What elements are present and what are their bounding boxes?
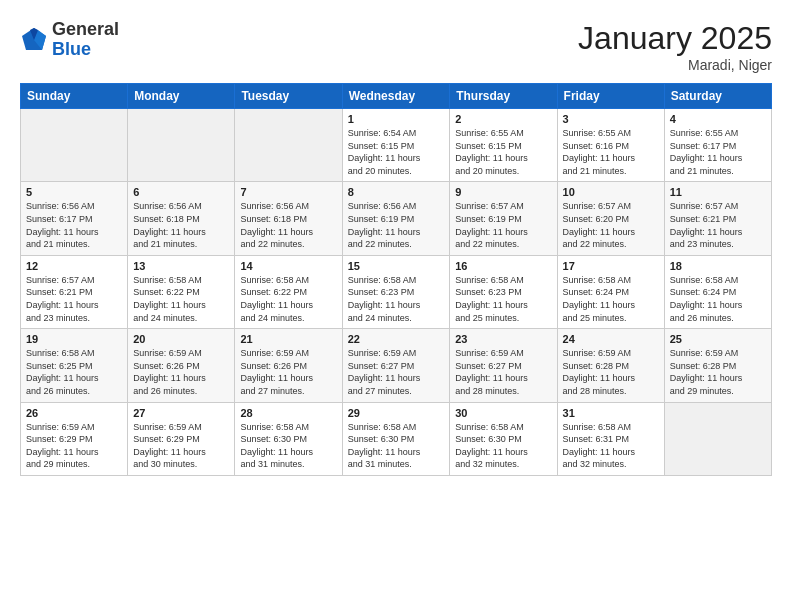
day-number: 6 bbox=[133, 186, 229, 198]
calendar-cell: 11Sunrise: 6:57 AM Sunset: 6:21 PM Dayli… bbox=[664, 182, 771, 255]
day-number: 18 bbox=[670, 260, 766, 272]
day-info: Sunrise: 6:58 AM Sunset: 6:25 PM Dayligh… bbox=[26, 347, 122, 397]
calendar-cell: 1Sunrise: 6:54 AM Sunset: 6:15 PM Daylig… bbox=[342, 109, 450, 182]
logo: General Blue bbox=[20, 20, 119, 60]
day-number: 4 bbox=[670, 113, 766, 125]
day-number: 5 bbox=[26, 186, 122, 198]
calendar-cell bbox=[235, 109, 342, 182]
day-info: Sunrise: 6:59 AM Sunset: 6:26 PM Dayligh… bbox=[133, 347, 229, 397]
weekday-header: Tuesday bbox=[235, 84, 342, 109]
day-info: Sunrise: 6:55 AM Sunset: 6:15 PM Dayligh… bbox=[455, 127, 551, 177]
day-number: 1 bbox=[348, 113, 445, 125]
location: Maradi, Niger bbox=[578, 57, 772, 73]
day-info: Sunrise: 6:58 AM Sunset: 6:30 PM Dayligh… bbox=[455, 421, 551, 471]
day-number: 13 bbox=[133, 260, 229, 272]
day-info: Sunrise: 6:58 AM Sunset: 6:30 PM Dayligh… bbox=[240, 421, 336, 471]
calendar-cell bbox=[128, 109, 235, 182]
calendar-cell: 4Sunrise: 6:55 AM Sunset: 6:17 PM Daylig… bbox=[664, 109, 771, 182]
day-info: Sunrise: 6:58 AM Sunset: 6:23 PM Dayligh… bbox=[455, 274, 551, 324]
day-info: Sunrise: 6:56 AM Sunset: 6:17 PM Dayligh… bbox=[26, 200, 122, 250]
day-info: Sunrise: 6:56 AM Sunset: 6:19 PM Dayligh… bbox=[348, 200, 445, 250]
day-info: Sunrise: 6:59 AM Sunset: 6:28 PM Dayligh… bbox=[670, 347, 766, 397]
day-number: 9 bbox=[455, 186, 551, 198]
calendar-cell: 15Sunrise: 6:58 AM Sunset: 6:23 PM Dayli… bbox=[342, 255, 450, 328]
day-number: 29 bbox=[348, 407, 445, 419]
day-number: 12 bbox=[26, 260, 122, 272]
calendar-cell: 21Sunrise: 6:59 AM Sunset: 6:26 PM Dayli… bbox=[235, 329, 342, 402]
calendar-cell: 16Sunrise: 6:58 AM Sunset: 6:23 PM Dayli… bbox=[450, 255, 557, 328]
calendar-cell: 31Sunrise: 6:58 AM Sunset: 6:31 PM Dayli… bbox=[557, 402, 664, 475]
day-number: 25 bbox=[670, 333, 766, 345]
logo-general-text: General bbox=[52, 19, 119, 39]
day-info: Sunrise: 6:58 AM Sunset: 6:31 PM Dayligh… bbox=[563, 421, 659, 471]
calendar-cell: 28Sunrise: 6:58 AM Sunset: 6:30 PM Dayli… bbox=[235, 402, 342, 475]
calendar-cell: 7Sunrise: 6:56 AM Sunset: 6:18 PM Daylig… bbox=[235, 182, 342, 255]
day-info: Sunrise: 6:59 AM Sunset: 6:29 PM Dayligh… bbox=[133, 421, 229, 471]
day-number: 19 bbox=[26, 333, 122, 345]
day-number: 27 bbox=[133, 407, 229, 419]
day-number: 26 bbox=[26, 407, 122, 419]
calendar-week-row: 5Sunrise: 6:56 AM Sunset: 6:17 PM Daylig… bbox=[21, 182, 772, 255]
weekday-header: Friday bbox=[557, 84, 664, 109]
calendar-cell: 22Sunrise: 6:59 AM Sunset: 6:27 PM Dayli… bbox=[342, 329, 450, 402]
calendar-week-row: 12Sunrise: 6:57 AM Sunset: 6:21 PM Dayli… bbox=[21, 255, 772, 328]
day-info: Sunrise: 6:57 AM Sunset: 6:21 PM Dayligh… bbox=[26, 274, 122, 324]
calendar-cell: 9Sunrise: 6:57 AM Sunset: 6:19 PM Daylig… bbox=[450, 182, 557, 255]
calendar: SundayMondayTuesdayWednesdayThursdayFrid… bbox=[20, 83, 772, 476]
calendar-week-row: 1Sunrise: 6:54 AM Sunset: 6:15 PM Daylig… bbox=[21, 109, 772, 182]
day-number: 20 bbox=[133, 333, 229, 345]
calendar-cell: 23Sunrise: 6:59 AM Sunset: 6:27 PM Dayli… bbox=[450, 329, 557, 402]
calendar-cell: 24Sunrise: 6:59 AM Sunset: 6:28 PM Dayli… bbox=[557, 329, 664, 402]
calendar-cell: 26Sunrise: 6:59 AM Sunset: 6:29 PM Dayli… bbox=[21, 402, 128, 475]
day-number: 24 bbox=[563, 333, 659, 345]
calendar-cell: 2Sunrise: 6:55 AM Sunset: 6:15 PM Daylig… bbox=[450, 109, 557, 182]
weekday-header-row: SundayMondayTuesdayWednesdayThursdayFrid… bbox=[21, 84, 772, 109]
day-info: Sunrise: 6:59 AM Sunset: 6:27 PM Dayligh… bbox=[348, 347, 445, 397]
logo-blue-text: Blue bbox=[52, 39, 91, 59]
day-number: 16 bbox=[455, 260, 551, 272]
calendar-cell: 18Sunrise: 6:58 AM Sunset: 6:24 PM Dayli… bbox=[664, 255, 771, 328]
day-info: Sunrise: 6:57 AM Sunset: 6:21 PM Dayligh… bbox=[670, 200, 766, 250]
day-number: 11 bbox=[670, 186, 766, 198]
day-number: 2 bbox=[455, 113, 551, 125]
day-info: Sunrise: 6:57 AM Sunset: 6:20 PM Dayligh… bbox=[563, 200, 659, 250]
day-number: 8 bbox=[348, 186, 445, 198]
day-info: Sunrise: 6:57 AM Sunset: 6:19 PM Dayligh… bbox=[455, 200, 551, 250]
day-info: Sunrise: 6:59 AM Sunset: 6:29 PM Dayligh… bbox=[26, 421, 122, 471]
day-number: 14 bbox=[240, 260, 336, 272]
day-info: Sunrise: 6:56 AM Sunset: 6:18 PM Dayligh… bbox=[133, 200, 229, 250]
day-number: 23 bbox=[455, 333, 551, 345]
weekday-header: Wednesday bbox=[342, 84, 450, 109]
calendar-cell: 20Sunrise: 6:59 AM Sunset: 6:26 PM Dayli… bbox=[128, 329, 235, 402]
day-info: Sunrise: 6:55 AM Sunset: 6:17 PM Dayligh… bbox=[670, 127, 766, 177]
day-info: Sunrise: 6:58 AM Sunset: 6:22 PM Dayligh… bbox=[133, 274, 229, 324]
day-info: Sunrise: 6:58 AM Sunset: 6:22 PM Dayligh… bbox=[240, 274, 336, 324]
calendar-cell: 14Sunrise: 6:58 AM Sunset: 6:22 PM Dayli… bbox=[235, 255, 342, 328]
calendar-cell bbox=[21, 109, 128, 182]
header: General Blue January 2025 Maradi, Niger bbox=[20, 20, 772, 73]
day-info: Sunrise: 6:59 AM Sunset: 6:27 PM Dayligh… bbox=[455, 347, 551, 397]
day-info: Sunrise: 6:58 AM Sunset: 6:24 PM Dayligh… bbox=[563, 274, 659, 324]
day-number: 7 bbox=[240, 186, 336, 198]
calendar-cell: 10Sunrise: 6:57 AM Sunset: 6:20 PM Dayli… bbox=[557, 182, 664, 255]
month-title: January 2025 bbox=[578, 20, 772, 57]
calendar-cell: 25Sunrise: 6:59 AM Sunset: 6:28 PM Dayli… bbox=[664, 329, 771, 402]
calendar-cell: 8Sunrise: 6:56 AM Sunset: 6:19 PM Daylig… bbox=[342, 182, 450, 255]
calendar-week-row: 19Sunrise: 6:58 AM Sunset: 6:25 PM Dayli… bbox=[21, 329, 772, 402]
logo-icon bbox=[20, 26, 48, 54]
day-number: 10 bbox=[563, 186, 659, 198]
day-number: 31 bbox=[563, 407, 659, 419]
day-info: Sunrise: 6:54 AM Sunset: 6:15 PM Dayligh… bbox=[348, 127, 445, 177]
calendar-cell: 12Sunrise: 6:57 AM Sunset: 6:21 PM Dayli… bbox=[21, 255, 128, 328]
day-info: Sunrise: 6:58 AM Sunset: 6:30 PM Dayligh… bbox=[348, 421, 445, 471]
title-block: January 2025 Maradi, Niger bbox=[578, 20, 772, 73]
weekday-header: Monday bbox=[128, 84, 235, 109]
day-info: Sunrise: 6:59 AM Sunset: 6:28 PM Dayligh… bbox=[563, 347, 659, 397]
day-info: Sunrise: 6:55 AM Sunset: 6:16 PM Dayligh… bbox=[563, 127, 659, 177]
day-number: 30 bbox=[455, 407, 551, 419]
calendar-cell bbox=[664, 402, 771, 475]
logo-text: General Blue bbox=[52, 20, 119, 60]
calendar-cell: 3Sunrise: 6:55 AM Sunset: 6:16 PM Daylig… bbox=[557, 109, 664, 182]
calendar-cell: 6Sunrise: 6:56 AM Sunset: 6:18 PM Daylig… bbox=[128, 182, 235, 255]
calendar-cell: 5Sunrise: 6:56 AM Sunset: 6:17 PM Daylig… bbox=[21, 182, 128, 255]
